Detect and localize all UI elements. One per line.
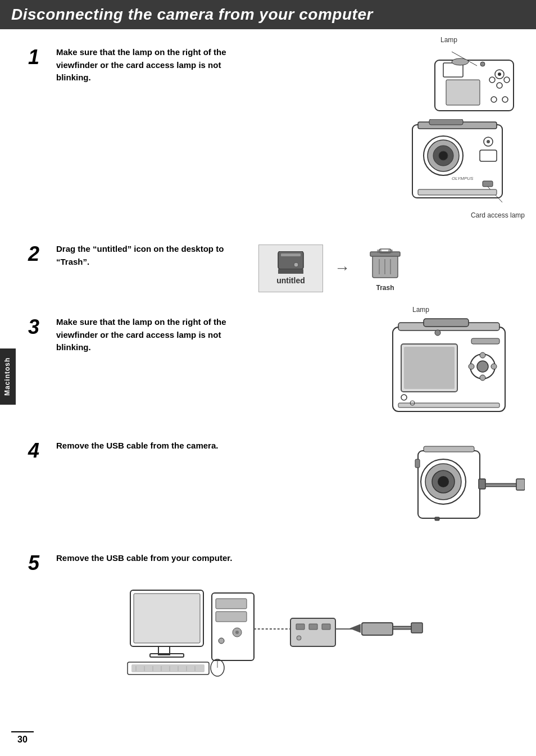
camera-back-svg: OLYMPUS: [396, 119, 525, 220]
svg-point-21: [487, 140, 490, 143]
step-5-image: [28, 585, 525, 680]
step-3-left: 3 Make sure that the lamp on the right o…: [28, 316, 362, 354]
svg-point-46: [477, 361, 488, 372]
step-3-number: 3: [28, 317, 56, 337]
card-access-label: Card access lamp: [471, 211, 525, 219]
svg-rect-74: [216, 612, 247, 622]
step-2-drag-illustration: untitled →: [258, 243, 409, 293]
svg-rect-69: [134, 594, 200, 643]
svg-point-11: [491, 97, 497, 102]
step-5-left: 5 Remove the USB cable from your compute…: [28, 552, 525, 573]
svg-rect-92: [309, 624, 317, 630]
step-3-row: 3 Make sure that the lamp on the right o…: [28, 316, 525, 417]
svg-point-47: [480, 352, 485, 358]
svg-rect-44: [404, 347, 455, 389]
camera-back-step3-svg: [384, 316, 525, 417]
camera-back-step3: Lamp: [384, 316, 525, 417]
camera-back-diagram: OLYMPUS Card access lamp: [396, 119, 525, 220]
svg-rect-30: [278, 269, 303, 274]
lamp-label-3: Lamp: [412, 306, 429, 314]
page-header: Disconnecting the camera from your compu…: [0, 0, 536, 29]
computer-usb-svg: [125, 585, 428, 680]
step-1-text: Make sure that the lamp on the right of …: [56, 46, 247, 84]
untitled-icon-box: untitled: [258, 245, 323, 292]
step-1-row: 1 Make sure that the lamp on the right o…: [28, 46, 525, 220]
section-tab: Macintosh: [0, 348, 16, 405]
camera-top-diagram: Lamp: [396, 46, 525, 119]
svg-rect-100: [411, 623, 423, 633]
usb-camera-svg: [412, 440, 525, 529]
svg-rect-23: [483, 181, 493, 187]
svg-point-29: [294, 262, 298, 267]
svg-rect-65: [424, 446, 474, 452]
svg-point-12: [502, 97, 508, 102]
svg-point-7: [489, 77, 495, 83]
step-3-image: Lamp: [384, 316, 525, 417]
svg-rect-97: [362, 623, 393, 635]
svg-rect-15: [429, 119, 463, 125]
step-4-number: 4: [28, 441, 56, 461]
drag-arrow: →: [334, 259, 350, 277]
svg-point-8: [497, 83, 502, 88]
step-3-text: Make sure that the lamp on the right of …: [56, 316, 247, 354]
svg-point-49: [469, 364, 474, 369]
svg-point-60: [438, 476, 449, 487]
step-2-row: 2 Drag the “untitled” icon on the deskto…: [28, 243, 525, 293]
svg-rect-61: [479, 479, 485, 489]
svg-rect-90: [290, 618, 335, 646]
svg-rect-32: [370, 252, 400, 256]
step-2-text: Drag the “untitled” icon on the desktop …: [56, 243, 247, 268]
step-1-images: Lamp: [396, 46, 525, 220]
svg-point-19: [439, 151, 448, 160]
svg-rect-93: [322, 624, 330, 630]
svg-rect-3: [446, 80, 480, 105]
svg-rect-73: [216, 599, 247, 609]
untitled-label: untitled: [276, 276, 305, 285]
step-5-text: Remove the USB cable from your computer.: [56, 552, 247, 565]
svg-text:OLYMPUS: OLYMPUS: [452, 176, 474, 181]
disk-svg: [275, 251, 306, 275]
svg-rect-37: [377, 250, 381, 253]
step-1-left: 1 Make sure that the lamp on the right o…: [28, 46, 384, 84]
step-5-row: 5 Remove the USB cable from your compute…: [28, 552, 525, 573]
step-4-text: Remove the USB cable from the camera.: [56, 440, 247, 452]
step-5-number: 5: [28, 553, 56, 573]
step-1-number: 1: [28, 47, 56, 67]
svg-point-51: [435, 330, 440, 336]
svg-rect-66: [415, 459, 420, 468]
svg-rect-26: [418, 189, 497, 195]
trash-svg: [367, 245, 403, 282]
step-2-number: 2: [28, 244, 56, 264]
page-number: 30: [11, 731, 34, 745]
svg-point-94: [297, 636, 301, 640]
page-title: Disconnecting the camera from your compu…: [11, 6, 525, 24]
svg-rect-64: [516, 479, 525, 490]
trash-label: Trash: [376, 284, 394, 292]
svg-point-77: [219, 638, 224, 644]
svg-point-9: [480, 62, 485, 66]
svg-rect-28: [281, 253, 301, 256]
lamp-label-1: Lamp: [440, 36, 457, 44]
svg-rect-91: [296, 624, 305, 630]
svg-rect-38: [388, 250, 393, 253]
svg-point-5: [498, 73, 501, 76]
svg-rect-42: [424, 319, 469, 327]
camera-front-svg: [396, 46, 525, 119]
step-4-left: 4 Remove the USB cable from the camera.: [28, 440, 390, 461]
svg-point-10: [452, 58, 469, 65]
svg-rect-79: [131, 664, 205, 672]
step-4-row: 4 Remove the USB cable from the camera.: [28, 440, 525, 529]
svg-point-54: [401, 395, 407, 400]
svg-point-76: [235, 631, 239, 634]
main-content: 1 Make sure that the lamp on the right o…: [0, 46, 536, 725]
svg-point-6: [504, 77, 510, 83]
trash-icon-box: Trash: [361, 243, 409, 293]
svg-point-48: [480, 375, 485, 381]
svg-point-50: [491, 364, 497, 369]
svg-rect-67: [435, 517, 439, 520]
svg-rect-52: [471, 338, 499, 344]
step-4-image: [412, 440, 525, 529]
svg-rect-22: [480, 150, 497, 161]
